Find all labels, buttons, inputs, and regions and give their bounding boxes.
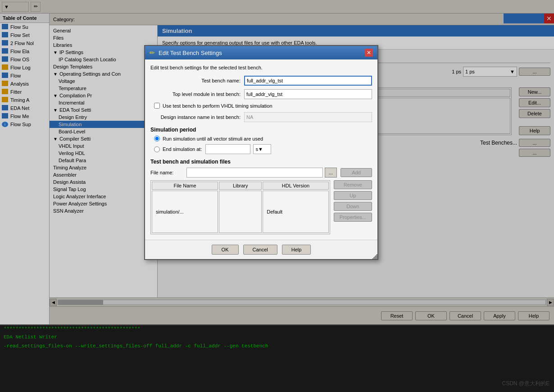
modal-description: Edit test bench settings for the selecte… xyxy=(150,65,372,70)
files-section-label: Test bench and simulation files xyxy=(150,159,372,165)
top-level-row: Top level module in test bench: xyxy=(150,89,372,99)
modal-header: ✏ Edit Test Bench Settings ✕ xyxy=(145,46,377,59)
modal-help-btn[interactable]: Help xyxy=(282,245,311,255)
properties-btn[interactable]: Properties... xyxy=(334,213,372,222)
time-unit-dropdown[interactable]: s ▼ xyxy=(253,144,271,154)
files-table-container: File Name Library HDL Version simulation… xyxy=(150,180,372,234)
browse-btn[interactable]: ... xyxy=(325,168,337,178)
testbench-name-input[interactable] xyxy=(244,76,372,86)
files-side-buttons: Remove Up Down Properties... xyxy=(334,180,372,234)
modal-close-btn[interactable]: ✕ xyxy=(365,49,373,57)
testbench-name-label: Test bench name: xyxy=(150,78,241,83)
radio2[interactable] xyxy=(154,146,160,152)
radio2-label: End simulation at: xyxy=(163,146,202,152)
hdl-version-cell: Default xyxy=(263,191,328,233)
down-btn[interactable]: Down xyxy=(334,202,372,211)
modal-overlay: ✏ Edit Test Bench Settings ✕ Edit test b… xyxy=(0,0,554,392)
modal-footer: OK Cancel Help xyxy=(145,240,377,259)
modal-header-left: ✏ Edit Test Bench Settings xyxy=(150,49,222,56)
remove-btn[interactable]: Remove xyxy=(334,180,372,189)
design-instance-row: Design instance name in test bench: xyxy=(150,112,372,122)
edit-testbench-modal: ✏ Edit Test Bench Settings ✕ Edit test b… xyxy=(144,45,378,260)
design-instance-input xyxy=(244,112,372,122)
modal-ok-btn[interactable]: OK xyxy=(212,245,239,255)
modal-body: Edit test bench settings for the selecte… xyxy=(145,59,377,240)
end-sim-input[interactable] xyxy=(205,144,250,154)
file-name-input[interactable] xyxy=(186,168,323,178)
add-btn[interactable]: Add xyxy=(341,168,372,177)
file-name-row: File name: ... Add xyxy=(150,168,372,178)
file-row[interactable]: simulation/... Default xyxy=(152,191,329,233)
file-name-cell: simulation/... xyxy=(152,191,218,233)
modal-cancel-btn[interactable]: Cancel xyxy=(243,245,277,255)
resize-handle[interactable] xyxy=(372,254,377,259)
library-col: Library xyxy=(219,182,262,190)
time-unit-arrow: ▼ xyxy=(258,146,263,152)
radio1-row: Run simulation until all vector stimuli … xyxy=(150,136,372,141)
ide-container: ▼ ✏ Category: Device/Board... Table of C… xyxy=(0,0,554,392)
modal-pencil-icon: ✏ xyxy=(150,49,155,56)
file-name-label: File name: xyxy=(150,170,186,175)
vhdl-checkbox-label: Use test bench to perform VHDL timing si… xyxy=(163,103,272,109)
library-cell xyxy=(219,191,262,233)
radio1-label: Run simulation until all vector stimuli … xyxy=(163,136,263,141)
simulation-period-label: Simulation period xyxy=(150,127,372,133)
files-table: File Name Library HDL Version simulation… xyxy=(150,180,330,234)
top-level-input[interactable] xyxy=(244,89,372,99)
radio2-row: End simulation at: s ▼ xyxy=(150,144,372,154)
vhdl-checkbox-row: Use test bench to perform VHDL timing si… xyxy=(150,103,372,109)
design-instance-label: Design instance name in test bench: xyxy=(150,114,241,120)
file-name-col: File Name xyxy=(152,182,218,190)
up-btn[interactable]: Up xyxy=(334,191,372,200)
hdl-version-col: HDL Version xyxy=(263,182,328,190)
top-level-label: Top level module in test bench: xyxy=(150,91,241,97)
end-sim-controls: s ▼ xyxy=(205,144,271,154)
vhdl-checkbox[interactable] xyxy=(154,103,160,109)
modal-title: Edit Test Bench Settings xyxy=(159,50,222,56)
testbench-name-row: Test bench name: xyxy=(150,76,372,86)
radio1[interactable] xyxy=(154,136,160,141)
